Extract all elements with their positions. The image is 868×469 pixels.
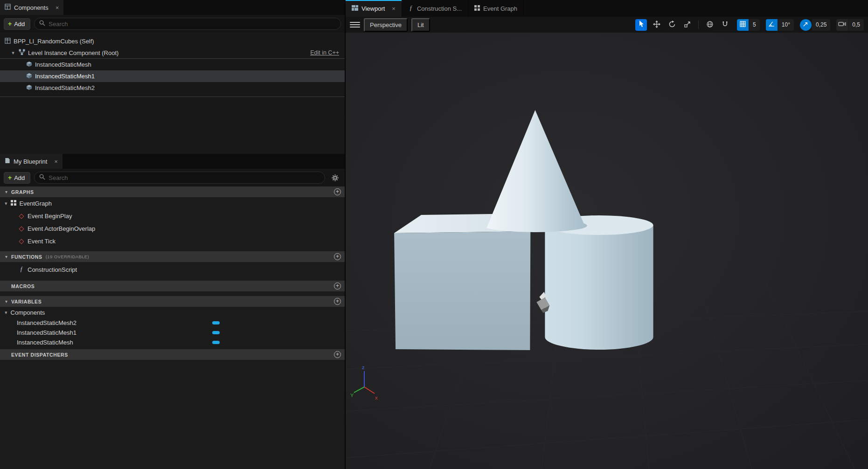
components-panel: Components × + Add	[0, 0, 345, 154]
close-icon[interactable]: ×	[54, 158, 58, 165]
components-search-box	[34, 18, 341, 30]
edit-in-cpp-link[interactable]: Edit in C++	[310, 49, 339, 56]
grid-snap-value[interactable]: 5	[749, 19, 760, 31]
my-blueprint-search-input[interactable]	[49, 174, 320, 181]
globe-icon	[706, 21, 714, 29]
my-blueprint-search-box	[34, 172, 325, 184]
tree-divider	[0, 97, 345, 97]
event-label: Event Tick	[28, 238, 56, 245]
cube-front-face	[394, 231, 530, 350]
section-title: FUNCTIONS	[11, 254, 42, 260]
plus-icon: +	[8, 21, 12, 27]
3d-viewport-canvas[interactable]: z Y x	[346, 33, 868, 469]
tab-components[interactable]: Components ×	[0, 0, 63, 15]
function-icon: ƒ	[19, 266, 24, 273]
event-row[interactable]: Event Tick	[0, 235, 345, 248]
scale-tool-button[interactable]	[681, 19, 693, 31]
construction-script-row[interactable]: ƒ ConstructionScript	[0, 262, 345, 277]
add-event-dispatcher-button[interactable]: +	[334, 351, 341, 358]
hamburger-menu-icon[interactable]	[350, 20, 360, 30]
event-node-icon	[19, 226, 24, 231]
my-blueprint-toolbar: + Add	[0, 169, 345, 186]
tab-my-blueprint[interactable]: My Blueprint ×	[0, 154, 62, 169]
tab-event-graph[interactable]: Event Graph	[468, 0, 524, 17]
section-functions[interactable]: ▾ FUNCTIONS (19 OVERRIDABLE) +	[0, 251, 345, 262]
chevron-down-icon[interactable]: ▾	[10, 50, 16, 56]
rotate-tool-button[interactable]	[666, 19, 678, 31]
viewport-tab-icon	[352, 5, 358, 12]
add-new-button[interactable]: + Add	[4, 172, 30, 184]
rotation-snap-group: 10°	[766, 19, 794, 31]
chevron-down-icon[interactable]: ▾	[5, 200, 7, 207]
viewport-panel: Viewport × ƒ Construction S... Event Gra…	[346, 0, 868, 469]
add-component-button[interactable]: + Add	[4, 18, 30, 30]
scale-snap-value[interactable]: 0,25	[812, 19, 830, 31]
chevron-down-icon: ▾	[4, 299, 9, 304]
move-tool-button[interactable]	[651, 19, 662, 31]
variable-row[interactable]: InstancedStaticMesh2	[0, 318, 345, 328]
surface-snap-button[interactable]	[719, 19, 731, 31]
select-tool-button[interactable]	[635, 19, 647, 31]
rotate-icon	[668, 21, 676, 29]
variable-row[interactable]: InstancedStaticMesh1	[0, 328, 345, 338]
cone	[486, 110, 587, 232]
variable-category-label: Components	[11, 309, 45, 316]
grid-snap-toggle[interactable]	[737, 19, 749, 31]
tab-label: Viewport	[361, 5, 385, 12]
components-tab-strip: Components ×	[0, 0, 345, 15]
tree-row-mesh[interactable]: InstancedStaticMesh	[0, 59, 345, 70]
tree-row-root[interactable]: BPP_LI_RandomCubes (Self)	[0, 35, 345, 47]
components-search-input[interactable]	[49, 21, 336, 28]
tab-construction-script[interactable]: ƒ Construction S...	[402, 0, 468, 17]
add-graph-button[interactable]: +	[334, 188, 341, 195]
object-type-pill	[212, 331, 220, 334]
axis-y-label: Y	[350, 393, 354, 398]
tab-label: My Blueprint	[14, 158, 47, 165]
mesh-label: InstancedStaticMesh1	[35, 73, 95, 80]
tab-viewport[interactable]: Viewport ×	[346, 0, 402, 17]
camera-speed-button[interactable]	[836, 19, 848, 31]
event-graph-row[interactable]: ▾ EventGraph	[0, 197, 345, 210]
event-node-icon	[19, 239, 24, 244]
variable-category-row[interactable]: ▾ Components	[0, 307, 345, 318]
viewport-toolbar: Perspective Lit	[346, 17, 868, 33]
section-macros[interactable]: MACROS +	[0, 281, 345, 291]
event-row[interactable]: Event BeginPlay	[0, 210, 345, 222]
tree-row-mesh[interactable]: InstancedStaticMesh2	[0, 82, 345, 94]
variable-row[interactable]: InstancedStaticMesh	[0, 338, 345, 347]
add-variable-button[interactable]: +	[334, 298, 341, 305]
section-note: (19 OVERRIDABLE)	[46, 254, 90, 259]
close-icon[interactable]: ×	[56, 4, 59, 11]
section-variables[interactable]: ▾ VARIABLES +	[0, 296, 345, 307]
search-icon	[39, 20, 45, 28]
tree-row-mesh-selected[interactable]: InstancedStaticMesh1	[0, 70, 345, 82]
perspective-dropdown[interactable]: Perspective	[364, 18, 408, 32]
rotation-snap-value[interactable]: 10°	[778, 19, 794, 31]
tab-label: Event Graph	[483, 5, 517, 12]
gear-icon[interactable]	[329, 172, 341, 184]
scale-icon	[684, 21, 691, 29]
my-blueprint-tab-icon	[5, 158, 10, 165]
close-icon[interactable]: ×	[392, 5, 396, 12]
section-graphs[interactable]: ▾ GRAPHS +	[0, 186, 345, 197]
lit-dropdown[interactable]: Lit	[411, 18, 430, 32]
chevron-down-icon[interactable]: ▾	[5, 310, 7, 316]
my-blueprint-tab-strip: My Blueprint ×	[0, 154, 345, 169]
section-title: GRAPHS	[11, 189, 34, 195]
plus-icon: +	[8, 174, 12, 181]
search-icon	[39, 174, 45, 181]
camera-speed-value[interactable]: 0,5	[848, 19, 864, 31]
add-function-button[interactable]: +	[334, 253, 341, 260]
section-event-dispatchers[interactable]: EVENT DISPATCHERS +	[0, 349, 345, 360]
scale-snap-toggle[interactable]	[800, 19, 812, 31]
add-macro-button[interactable]: +	[334, 283, 341, 290]
cursor-icon	[638, 21, 645, 29]
event-row[interactable]: Event ActorBeginOverlap	[0, 222, 345, 235]
tree-row-level-instance[interactable]: ▾ Level Instance Component (Root) Edit i…	[0, 47, 345, 59]
root-label: BPP_LI_RandomCubes (Self)	[14, 38, 94, 45]
axis-z-label: z	[362, 365, 365, 370]
rotation-snap-toggle[interactable]	[766, 19, 778, 31]
world-space-button[interactable]	[704, 19, 715, 31]
event-node-icon	[19, 214, 24, 219]
construction-script-label: ConstructionScript	[28, 266, 77, 273]
